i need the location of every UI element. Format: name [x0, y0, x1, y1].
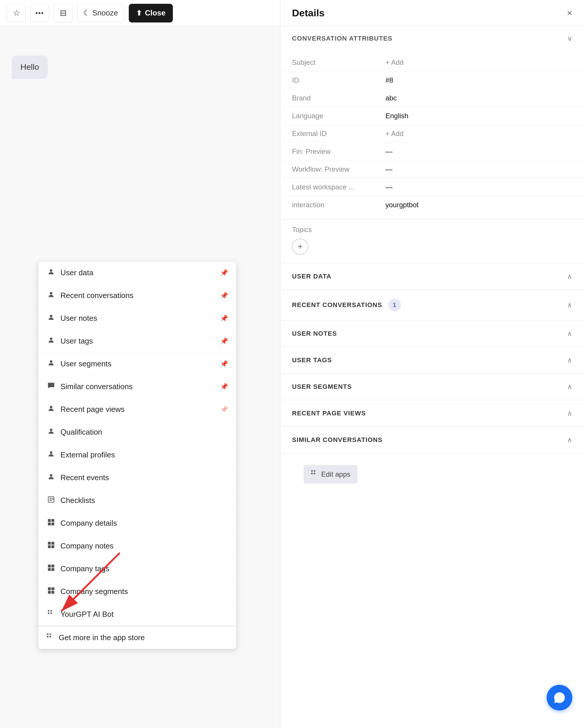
list-item-label: Company details: [60, 519, 117, 528]
user-tags-header[interactable]: USER TAGS ∧: [280, 347, 584, 373]
dropdown-menu: User data 📌 Recent conversations 📌: [38, 261, 236, 649]
list-item[interactable]: Company details: [38, 512, 236, 535]
attribute-value[interactable]: + Add: [385, 58, 404, 67]
attribute-label: interaction: [292, 201, 385, 209]
user-data-header[interactable]: USER DATA ∧: [280, 263, 584, 290]
svg-point-6: [50, 428, 53, 431]
attribute-row: Language English: [280, 107, 584, 125]
svg-rect-10: [48, 519, 51, 522]
edit-apps-label: Edit apps: [321, 470, 350, 478]
list-item[interactable]: Company tags: [38, 557, 236, 580]
list-item[interactable]: Qualification: [38, 421, 236, 444]
chat-bubble: Hello: [12, 55, 48, 79]
person-icon: [46, 359, 56, 369]
similar-conversations-header[interactable]: SIMILAR CONVERSATIONS ∧: [280, 427, 584, 453]
details-title: Details: [292, 7, 325, 19]
svg-point-38: [311, 473, 313, 474]
list-item[interactable]: Company segments: [38, 580, 236, 603]
inbox-button[interactable]: ⊟: [54, 4, 72, 23]
list-item[interactable]: Recent page views 📌: [38, 398, 236, 421]
list-item-label: User tags: [60, 337, 93, 346]
attribute-value[interactable]: + Add: [385, 130, 404, 138]
pin-icon: 📌: [220, 292, 228, 300]
svg-rect-23: [51, 587, 54, 590]
topics-add-button[interactable]: +: [292, 238, 308, 255]
plus-icon: +: [298, 242, 303, 252]
attribute-label: Brand: [292, 94, 385, 102]
chat-support-button[interactable]: [547, 685, 572, 710]
list-item[interactable]: Company notes: [38, 535, 236, 557]
details-close-button[interactable]: ×: [567, 7, 572, 18]
svg-point-33: [49, 636, 51, 637]
app-store-icon: [46, 633, 54, 643]
svg-point-31: [49, 633, 51, 635]
attribute-row: Brand abc: [280, 89, 584, 107]
svg-point-32: [47, 636, 49, 637]
list-item[interactable]: Checklists: [38, 489, 236, 512]
svg-rect-21: [51, 568, 54, 571]
edit-apps-icon: [311, 470, 318, 479]
attribute-row: Fin: Preview —: [280, 143, 584, 160]
list-item[interactable]: Recent events: [38, 466, 236, 489]
get-more-apps-button[interactable]: Get more in the app store: [38, 626, 236, 649]
svg-rect-15: [51, 542, 54, 545]
snooze-button[interactable]: ☾ Snooze: [77, 4, 124, 23]
grid-icon: [46, 564, 56, 574]
list-item[interactable]: Similar conversations 📌: [38, 375, 236, 398]
list-item-label: Recent conversations: [60, 291, 133, 300]
conversation-attributes-header[interactable]: CONVERSATION ATTRIBUTES ∨: [280, 26, 584, 51]
list-item-label: Recent page views: [60, 405, 125, 414]
person-icon: [46, 268, 56, 278]
chevron-up-icon: ∧: [567, 301, 572, 309]
list-item[interactable]: User segments 📌: [38, 353, 236, 375]
dots-icon: [46, 609, 56, 619]
more-button[interactable]: •••: [30, 4, 49, 23]
svg-point-27: [50, 610, 52, 612]
pin-icon: 📌: [220, 269, 228, 277]
topics-section: Topics +: [280, 220, 584, 263]
list-item-label: Recent events: [60, 473, 109, 482]
close-label: Close: [145, 8, 166, 18]
list-item[interactable]: User notes 📌: [38, 307, 236, 330]
svg-point-39: [313, 473, 315, 474]
svg-rect-20: [48, 568, 51, 571]
svg-rect-18: [48, 565, 51, 568]
recent-conversations-header[interactable]: RECENT CONVERSATIONS 1 ∧: [280, 290, 584, 320]
chevron-up-icon: ∧: [567, 436, 572, 444]
attribute-label: Language: [292, 112, 385, 120]
user-notes-title: USER NOTES: [292, 330, 337, 337]
svg-point-30: [47, 633, 49, 635]
svg-rect-12: [48, 522, 51, 525]
list-item-label: YourGPT AI Bot: [60, 610, 113, 619]
chat-text: Hello: [21, 62, 39, 72]
pin-icon: 📌: [220, 315, 228, 322]
attribute-label: Workflow: Preview: [292, 165, 385, 173]
list-item-label: User notes: [60, 314, 97, 323]
user-segments-header[interactable]: USER SEGMENTS ∧: [280, 374, 584, 400]
attribute-value: —: [385, 165, 392, 173]
svg-point-7: [50, 451, 53, 454]
list-item[interactable]: User data 📌: [38, 262, 236, 284]
list-item[interactable]: External profiles: [38, 444, 236, 466]
attribute-value: abc: [385, 94, 397, 102]
svg-rect-17: [51, 545, 54, 548]
star-button[interactable]: ☆: [7, 4, 26, 23]
attribute-row: ID #8: [280, 72, 584, 89]
close-button[interactable]: ⬆ Close: [129, 4, 173, 23]
edit-apps-button[interactable]: Edit apps: [304, 465, 357, 484]
chat-icon: [46, 382, 56, 391]
list-item-label: User data: [60, 268, 94, 277]
list-item[interactable]: YourGPT AI Bot: [38, 603, 236, 626]
user-data-title: USER DATA: [292, 272, 331, 280]
user-tags-section: USER TAGS ∧: [280, 347, 584, 374]
pin-icon: 📌: [220, 406, 228, 413]
attribute-value: yourgptbot: [385, 201, 418, 209]
chevron-up-icon: ∧: [567, 330, 572, 338]
list-item[interactable]: User tags 📌: [38, 330, 236, 353]
person-icon: [46, 450, 56, 460]
svg-point-26: [48, 610, 49, 612]
recent-page-views-header[interactable]: RECENT PAGE VIEWS ∧: [280, 400, 584, 426]
list-item[interactable]: Recent conversations 📌: [38, 284, 236, 307]
user-notes-header[interactable]: USER NOTES ∧: [280, 320, 584, 347]
person-icon: [46, 427, 56, 437]
